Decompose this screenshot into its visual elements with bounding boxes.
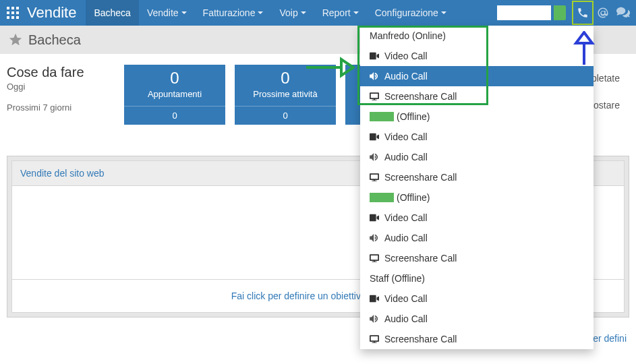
nav-configurazione[interactable]: Configurazione [367, 0, 455, 26]
nav-fatturazione[interactable]: Fatturazione [195, 0, 272, 26]
screen-icon [370, 254, 379, 262]
star-icon [8, 32, 23, 47]
video-icon [370, 52, 379, 60]
svg-rect-6 [7, 16, 9, 19]
svg-rect-4 [11, 11, 14, 14]
dd-user-offline-1: (Offline) [360, 107, 594, 127]
dd-user-offline-2: (Offline) [360, 187, 594, 208]
stat-label: Prossime attività [235, 88, 336, 106]
audio-icon [370, 153, 379, 161]
stat-foot: 0 [235, 106, 336, 125]
todo-title: Cose da fare [7, 65, 115, 80]
svg-rect-1 [11, 7, 14, 9]
nav-label: Fatturazione [203, 7, 256, 18]
dd-user-label: (Offline) [397, 192, 430, 203]
nav-report[interactable]: Report [314, 0, 367, 26]
screen-icon [370, 92, 379, 100]
dd-audio-call[interactable]: Audio Call [360, 309, 594, 329]
audio-icon [370, 315, 379, 323]
audio-icon [370, 72, 379, 80]
progress-indicator [554, 5, 566, 20]
video-icon [370, 214, 379, 222]
dd-video-call[interactable]: Video Call [360, 127, 594, 147]
dd-label: Screenshare Call [384, 253, 457, 264]
chat-icon[interactable] [613, 1, 633, 24]
dd-label: Screenshare Call [384, 91, 457, 102]
dd-label: Audio Call [384, 152, 428, 162]
nav-label: Voip [279, 7, 297, 18]
caret-icon [353, 11, 359, 14]
stat-foot: 0 [124, 106, 225, 125]
nav-bacheca[interactable]: Bacheca [86, 0, 138, 26]
dd-user-staff: Staff (Offline) [360, 268, 594, 289]
page-title: Bacheca [28, 32, 81, 48]
dd-label: Video Call [384, 212, 428, 223]
stat-label: Appuntamenti [124, 88, 225, 106]
dd-screenshare-call[interactable]: Screenshare Call [360, 329, 594, 349]
at-icon[interactable] [593, 1, 613, 24]
todo-today: Oggi [7, 82, 115, 92]
caret-icon [301, 11, 306, 14]
dd-screenshare-call[interactable]: Screenshare Call [360, 86, 594, 107]
screen-icon [370, 335, 379, 343]
caret-icon [181, 11, 187, 14]
dd-label: Audio Call [384, 233, 428, 243]
dd-user-label: Manfredo (Online) [370, 30, 446, 41]
dd-label: Video Call [384, 51, 428, 61]
screen-icon [370, 173, 379, 181]
apps-icon[interactable] [0, 0, 26, 26]
svg-rect-8 [16, 16, 19, 19]
svg-rect-5 [16, 11, 19, 14]
caret-icon [258, 11, 263, 14]
stat-appointments[interactable]: 0 Appuntamenti 0 [124, 65, 225, 125]
dd-label: Video Call [384, 293, 428, 304]
nav-vendite[interactable]: Vendite [139, 0, 195, 26]
phone-icon[interactable] [573, 1, 593, 24]
dd-label: Video Call [384, 131, 428, 142]
video-icon [370, 295, 379, 303]
nav-label: Report [322, 7, 351, 18]
svg-rect-7 [11, 16, 14, 19]
dd-label: Audio Call [384, 71, 428, 82]
todo-week: Prossimi 7 giorni [7, 102, 115, 113]
dd-user-label: Staff (Offline) [370, 273, 425, 284]
nav-label: Configurazione [375, 7, 438, 18]
user-chip [370, 112, 394, 121]
dd-label: Audio Call [384, 313, 428, 324]
svg-rect-0 [7, 7, 9, 9]
nav-voip[interactable]: Voip [271, 0, 314, 26]
voip-dropdown: Manfredo (Online) Video Call Audio Call … [360, 26, 594, 349]
video-icon [370, 133, 379, 141]
nav-label: Bacheca [94, 7, 130, 18]
dd-label: Screenshare Call [384, 172, 457, 183]
dd-video-call[interactable]: Video Call [360, 46, 594, 66]
dd-label: Screenshare Call [384, 334, 457, 344]
dd-video-call[interactable]: Video Call [360, 208, 594, 228]
nav-label: Vendite [147, 7, 179, 18]
dd-audio-call[interactable]: Audio Call [360, 66, 594, 86]
dd-user-manfredo: Manfredo (Online) [360, 26, 594, 46]
dd-user-label: (Offline) [397, 111, 430, 122]
dd-audio-call[interactable]: Audio Call [360, 147, 594, 167]
svg-rect-2 [16, 7, 19, 9]
dd-audio-call[interactable]: Audio Call [360, 228, 594, 248]
brand-title: Vendite [26, 4, 86, 22]
dd-screenshare-call[interactable]: Screenshare Call [360, 167, 594, 187]
caret-icon [441, 11, 446, 14]
annotation-arrow-blue [573, 31, 596, 66]
stat-value: 0 [124, 65, 225, 88]
user-chip [370, 193, 394, 202]
svg-rect-3 [7, 11, 9, 14]
search-input[interactable] [497, 5, 551, 20]
annotation-arrow-green [305, 55, 355, 80]
dd-screenshare-call[interactable]: Screenshare Call [360, 248, 594, 268]
right-truncated-link[interactable]: per defini [587, 333, 627, 344]
dd-video-call[interactable]: Video Call [360, 289, 594, 309]
audio-icon [370, 234, 379, 242]
